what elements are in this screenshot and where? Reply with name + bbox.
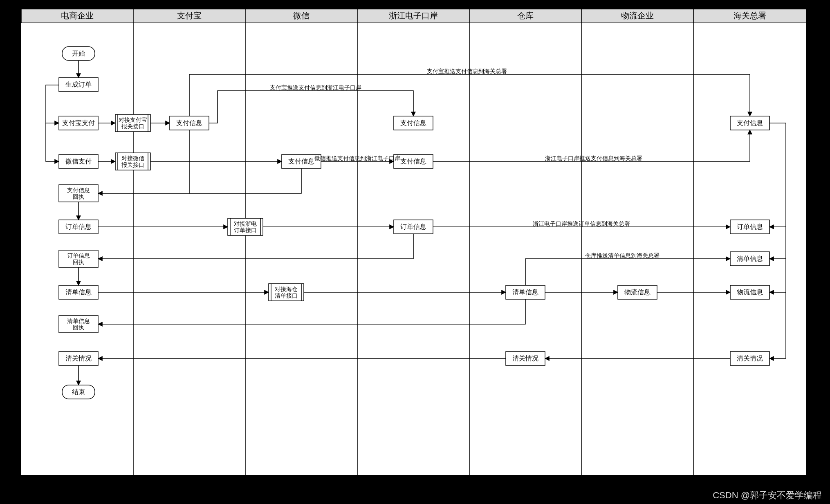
edge-listck-hg-label: 仓库推送清单信息到海关总署 [585,252,660,259]
node-payInfoZj1-label: 支付信息 [400,119,426,126]
node-payReceipt-l1: 支付信息 [67,187,90,193]
node-wechatApi-l1: 对接微信 [121,155,144,161]
node-start-label: 开始 [72,50,85,57]
lane-label-0: 电商企业 [61,11,94,20]
node-listReceipt-l1: 清单信息 [67,318,90,324]
node-orderInfoE-label: 订单信息 [65,223,92,230]
node-payReceipt-l2: 回执 [73,193,84,200]
node-wechatApi-l2: 报关接口 [121,161,144,168]
node-alipayApi-l1: 对接支付宝 [119,116,147,123]
node-orderReceipt-l1: 订单信息 [67,252,90,259]
node-clearHG-label: 清关情况 [737,355,763,362]
edge-listck-receipt [98,299,525,324]
node-alipayPay-label: 支付宝支付 [62,119,95,126]
node-zheOrderApi: 对接浙电 订单接口 [228,218,263,235]
diagram-paper: 电商企业 支付宝 微信 浙江电子口岸 仓库 物流企业 海关总署 开始 [20,8,807,476]
node-orderInfoZj-label: 订单信息 [400,223,426,230]
node-listReceipt-l2: 回执 [73,324,84,331]
edge-listck-hg [525,259,730,285]
edge-gen-alipay [46,85,59,123]
node-clearE-label: 清关情况 [65,355,92,362]
node-clearCk-label: 清关情况 [512,355,538,362]
edge-zj-hg-label: 浙江电子口岸推送支付信息到海关总署 [545,155,642,161]
node-payInfoZj2-label: 支付信息 [400,158,426,165]
node-zheOrderApi-l1: 对接浙电 [234,220,257,227]
node-zheOrderApi-l2: 订单接口 [234,227,257,233]
edge-gen-wechat [46,123,59,161]
node-orderReceipt-l2: 回执 [73,259,84,265]
node-payInfoAli-label: 支付信息 [176,119,202,126]
node-end-label: 结束 [72,388,85,395]
lane-headers: 电商企业 支付宝 微信 浙江电子口岸 仓库 物流企业 海关总署 [21,9,806,23]
node-haicangApi-l1: 对接海仓 [275,286,298,292]
edge-ali-zj [209,91,413,123]
diagram-stage: 电商企业 支付宝 微信 浙江电子口岸 仓库 物流企业 海关总署 开始 [0,0,830,504]
node-wechatPay-label: 微信支付 [65,158,92,165]
node-genOrder-label: 生成订单 [65,81,92,88]
edge-orderzj-receipt [98,234,413,259]
node-alipayApi-l2: 报关接口 [121,123,144,130]
node-listInfoHG-label: 清单信息 [737,255,763,262]
lane-label-6: 海关总署 [734,11,766,20]
lane-label-5: 物流企业 [621,11,654,20]
edge-ali-zj-label: 支付宝推送支付信息到浙江电子口岸 [270,84,361,91]
lane-label-4: 仓库 [517,11,534,20]
watermark: CSDN @郭子安不爱学编程 [713,489,822,502]
edge-wx-zj-label: 微信推送支付信息到浙江电子口岸 [314,155,400,161]
diagram-svg: 电商企业 支付宝 微信 浙江电子口岸 仓库 物流企业 海关总署 开始 [21,9,806,475]
node-listInfoE-label: 清单信息 [65,289,92,296]
node-payInfoWx-label: 支付信息 [288,158,314,165]
lane-label-2: 微信 [293,11,310,20]
node-listInfoCk-label: 清单信息 [512,289,538,296]
node-payInfoHG-label: 支付信息 [737,119,763,126]
node-orderInfoHG-label: 订单信息 [737,223,763,230]
node-logInfoHG-label: 物流信息 [737,289,763,296]
node-wechatApi: 对接微信 报关接口 [115,153,150,170]
lane-label-3: 浙江电子口岸 [389,11,438,20]
edge-ali-hg-label: 支付宝推送支付信息到海关总署 [427,68,507,74]
node-haicangApi-l2: 清单接口 [275,292,298,299]
node-alipayApi: 对接支付宝 报关接口 [115,114,150,132]
edge-orderzj-hg-label: 浙江电子口岸推送订单信息到海关总署 [533,220,630,227]
lane-label-1: 支付宝 [177,11,202,20]
node-haicangApi: 对接海仓 清单接口 [269,284,304,301]
node-logInfoWl-label: 物流信息 [624,289,651,296]
